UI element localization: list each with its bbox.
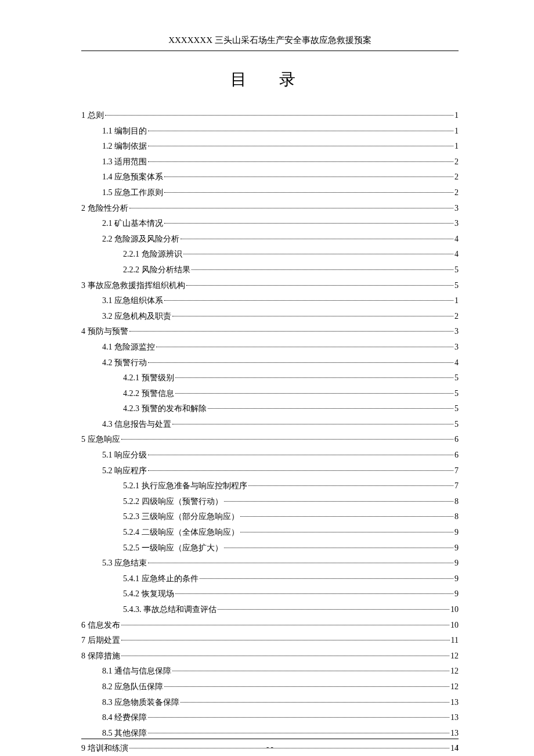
toc-entry: 2 危险性分析3	[81, 201, 459, 217]
toc-label: 3.2 应急机构及职责	[102, 309, 171, 325]
toc-leader-dots	[192, 269, 454, 270]
toc-page-number: 3	[454, 324, 459, 340]
toc-label: 5.3 应急结束	[102, 556, 147, 571]
toc-leader-dots	[156, 347, 453, 347]
toc-label: 5.2.4 二级响应（全体应急响应）	[123, 525, 239, 541]
toc-entry: 8.4 经费保障13	[81, 710, 459, 726]
toc-leader-dots	[181, 239, 453, 239]
toc-label: 5.2.1 执行应急准备与响应控制程序	[123, 478, 247, 494]
toc-page-number: 4	[454, 247, 459, 262]
toc-page-number: 1	[454, 293, 459, 309]
toc-label: 3.1 应急组织体系	[102, 293, 163, 309]
toc-title: 目 录	[81, 69, 459, 91]
toc-label: 4 预防与预警	[81, 324, 128, 340]
toc-leader-dots	[186, 285, 454, 286]
toc-leader-dots	[208, 408, 454, 409]
toc-page-number: 5	[454, 278, 459, 294]
toc-page-number: 9	[454, 571, 459, 587]
toc-page-number: 5	[454, 401, 459, 417]
toc-leader-dots	[164, 192, 453, 193]
toc-leader-dots	[148, 161, 453, 162]
toc-leader-dots	[248, 485, 454, 486]
toc-entry: 8.3 应急物质装备保障13	[81, 695, 459, 711]
toc-entry: 1.3 适用范围2	[81, 154, 459, 170]
toc-leader-dots	[105, 115, 454, 116]
toc-leader-dots	[172, 316, 453, 316]
toc-page-number: 1	[454, 108, 459, 124]
toc-page-number: 7	[454, 463, 459, 479]
toc-label: 2 危险性分析	[81, 201, 128, 217]
toc-entry: 5.2.2 四级响应（预警行动）8	[81, 494, 459, 510]
toc-label: 6 信息发布	[81, 618, 120, 633]
toc-leader-dots	[148, 470, 453, 471]
toc-label: 8.4 经费保障	[102, 710, 147, 726]
toc-label: 5.2.5 一级响应（应急扩大）	[123, 541, 223, 556]
toc-entry: 5.2.3 三级响应（部分应急响应）8	[81, 509, 459, 525]
toc-entry: 4.2.3 预警的发布和解除5	[81, 401, 459, 417]
toc-page-number: 10	[450, 618, 459, 633]
toc-leader-dots	[200, 578, 454, 579]
toc-entry: 8.1 通信与信息保障12	[81, 664, 459, 679]
toc-entry: 4.2.1 预警级别5	[81, 370, 459, 386]
toc-leader-dots	[148, 717, 449, 718]
toc-entry: 8 保障措施12	[81, 649, 459, 664]
toc-label: 2.2.1 危险源辨识	[123, 247, 182, 262]
toc-leader-dots	[240, 516, 454, 517]
toc-page-number: 3	[454, 340, 459, 355]
toc-page-number: 6	[454, 432, 459, 448]
toc-page-number: 9	[454, 586, 459, 602]
toc-page-number: 6	[454, 448, 459, 463]
toc-page-number: 2	[454, 185, 459, 201]
toc-label: 8.1 通信与信息保障	[102, 664, 171, 679]
toc-entry: 6 信息发布10	[81, 618, 459, 633]
toc-page-number: 5	[454, 370, 459, 386]
toc-page-number: 9	[454, 525, 459, 541]
toc-entry: 5.2.5 一级响应（应急扩大）9	[81, 541, 459, 556]
toc-leader-dots	[181, 702, 449, 703]
toc-page-number: 1	[454, 139, 459, 154]
toc-entry: 5.2.4 二级响应（全体应急响应）9	[81, 525, 459, 541]
page-footer: - - I	[81, 739, 459, 752]
toc-entry: 5.4.3. 事故总结和调查评估10	[81, 602, 459, 618]
toc-label: 4.1 危险源监控	[102, 340, 155, 355]
toc-label: 5.1 响应分级	[102, 448, 147, 463]
toc-label: 3 事故应急救援指挥组织机构	[81, 278, 185, 294]
toc-leader-dots	[148, 146, 453, 146]
toc-leader-dots	[224, 501, 454, 502]
toc-leader-dots	[148, 563, 453, 563]
toc-leader-dots	[148, 362, 453, 363]
toc-entry: 4.1 危险源监控3	[81, 340, 459, 355]
footer-center: - -	[266, 743, 273, 752]
toc-page-number: 4	[454, 355, 459, 371]
toc-label: 4.3 信息报告与处置	[102, 417, 171, 433]
toc-entry: 4.2 预警行动4	[81, 355, 459, 371]
toc-label: 1 总则	[81, 108, 104, 124]
toc-page-number: 8	[454, 494, 459, 510]
toc-leader-dots	[121, 656, 450, 656]
toc-label: 4.2 预警行动	[102, 355, 147, 371]
toc-entry: 1 总则1	[81, 108, 459, 124]
toc-label: 1.2 编制依据	[102, 139, 147, 154]
toc-label: 5.4.3. 事故总结和调查评估	[123, 602, 217, 618]
toc-label: 1.1 编制目的	[102, 124, 147, 139]
toc-page-number: 12	[450, 649, 459, 664]
toc-label: 5.2 响应程序	[102, 463, 147, 479]
toc-page-number: 7	[454, 478, 459, 494]
toc-entry: 2.2.2 风险分析结果5	[81, 262, 459, 278]
toc-entry: 5.1 响应分级6	[81, 448, 459, 463]
toc-entry: 4.2.2 预警信息5	[81, 386, 459, 402]
toc-entry: 3 事故应急救援指挥组织机构5	[81, 278, 459, 294]
toc-page-number: 13	[450, 695, 459, 711]
toc-label: 5.4.2 恢复现场	[123, 586, 174, 602]
toc-leader-dots	[224, 548, 454, 548]
toc-entry: 5.4.1 应急终止的条件9	[81, 571, 459, 587]
toc-entry: 1.1 编制目的1	[81, 124, 459, 139]
toc-label: 8.3 应急物质装备保障	[102, 695, 179, 711]
toc-page-number: 12	[450, 679, 459, 695]
toc-leader-dots	[164, 223, 453, 224]
toc-label: 5.2.3 三级响应（部分应急响应）	[123, 509, 239, 525]
toc-entry: 7 后期处置11	[81, 633, 459, 649]
toc-leader-dots	[183, 254, 454, 254]
toc-page-number: 3	[454, 216, 459, 232]
toc-entry: 5.4.2 恢复现场9	[81, 586, 459, 602]
